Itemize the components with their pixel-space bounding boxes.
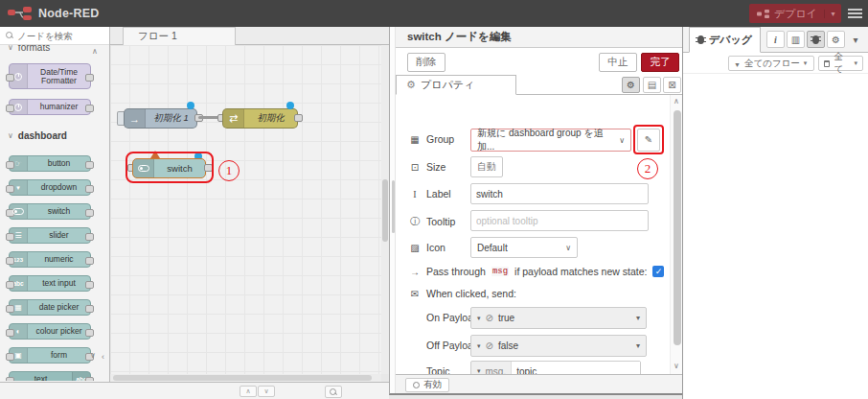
filter-icon [734, 59, 741, 69]
tab-properties[interactable]: プロパティ [396, 75, 516, 95]
palette-icon [10, 324, 28, 339]
object-group-icon [409, 162, 421, 173]
when-clicked-row: When clicked, send: [409, 288, 516, 299]
delete-button[interactable]: 削除 [407, 53, 445, 72]
palette-node-datetime-formatter[interactable]: Date/Time Formatter [9, 63, 91, 89]
debug-filter-flows-button[interactable]: 全てのフロー [728, 56, 814, 71]
palette-scroll-up-icon[interactable] [92, 47, 98, 56]
canvas-node-change[interactable]: 初期化 [222, 108, 298, 129]
icon-select[interactable]: Default [470, 237, 578, 258]
config-sidebar-button[interactable] [827, 31, 845, 48]
toggle-icon [10, 204, 28, 219]
deploy-button[interactable]: デプロイ [749, 4, 841, 23]
abc-icon [72, 372, 90, 381]
palette-node-date-picker[interactable]: date picker [9, 299, 91, 316]
palette-node-colour-picker[interactable]: colour picker [9, 323, 91, 340]
done-button[interactable]: 完了 [641, 53, 679, 72]
main-menu-button[interactable] [843, 4, 866, 23]
info-sidebar-button[interactable] [766, 31, 785, 48]
scroll-up-icon[interactable] [674, 97, 679, 106]
palette-search[interactable] [0, 27, 109, 45]
deploy-icon [757, 10, 769, 18]
scroll-down-icon[interactable] [674, 362, 679, 370]
canvas-vertical-scrollbar[interactable] [381, 45, 389, 374]
field-label-label: Label [409, 188, 451, 200]
deploy-options-caret-icon[interactable] [824, 10, 841, 18]
boolean-type-icon [486, 340, 493, 351]
app-title: Node-RED [38, 7, 99, 20]
palette-scroll-down-icon[interactable] [90, 351, 96, 360]
tab-debug[interactable]: デバッグ [689, 27, 761, 53]
workspace: フロー 1 初期化 1 初期化 [110, 27, 389, 382]
size-auto-button[interactable]: 自動 [470, 156, 503, 177]
group-select[interactable]: 新規に dashboard group を追加... [470, 129, 631, 152]
field-label-icon: Icon [409, 242, 445, 253]
palette-node-slider[interactable]: slider [9, 227, 91, 244]
debug-clear-button[interactable]: 全て [818, 56, 863, 71]
canvas-node-inject[interactable]: 初期化 1 [124, 108, 197, 129]
palette-node-button[interactable]: button [9, 155, 91, 172]
chevron-down-icon [619, 136, 625, 145]
tooltip-input[interactable] [476, 216, 643, 226]
palette-collapse-icon[interactable]: ‹ [102, 352, 104, 362]
type-caret-icon [477, 315, 481, 322]
options-caret-icon [636, 314, 640, 322]
properties-icon-button[interactable] [622, 77, 640, 93]
pass-through-checkbox[interactable]: ✓ [652, 266, 664, 277]
flow-canvas[interactable]: 初期化 1 初期化 switch 1 [110, 45, 381, 374]
zoom-search-button[interactable] [325, 386, 342, 398]
node-enabled-toggle[interactable]: 有効 [405, 378, 449, 392]
flow-tab-bar: フロー 1 [110, 27, 389, 45]
abc-icon [10, 276, 28, 291]
deploy-label: デプロイ [774, 7, 817, 21]
tray-tab-bar: プロパティ [396, 75, 683, 95]
chevron-down-icon [565, 244, 571, 252]
appearance-icon-button[interactable] [663, 77, 681, 93]
palette-node-switch[interactable]: switch [9, 203, 91, 220]
boolean-type-icon [486, 313, 493, 323]
sidebar-options-caret[interactable] [848, 31, 863, 48]
palette-search-input[interactable] [17, 31, 94, 41]
annotation-box-1 [126, 152, 214, 183]
scroll-down-button[interactable] [258, 386, 275, 397]
canvas-horizontal-scrollbar[interactable] [110, 374, 381, 382]
chevron-down-icon [8, 45, 13, 52]
cancel-button[interactable]: 中止 [599, 53, 637, 72]
category-formats-label: formats [18, 45, 50, 53]
scrollbar-thumb[interactable] [674, 110, 681, 345]
bug-icon [697, 35, 704, 44]
field-label-topic: Topic [426, 365, 450, 374]
palette-node-text[interactable]: text [9, 371, 91, 381]
debug-sidebar-button[interactable] [807, 31, 825, 48]
output-port[interactable] [294, 114, 303, 122]
clock-icon [10, 64, 28, 88]
form-icon [10, 348, 28, 363]
palette-node-dropdown[interactable]: dropdown [9, 179, 91, 196]
type-caret-icon [477, 342, 481, 350]
tray-title: switch ノードを編集 [396, 27, 683, 48]
flow-tab[interactable]: フロー 1 [123, 27, 236, 45]
field-label-tooltip: Tooltip [409, 215, 455, 228]
help-sidebar-button[interactable] [787, 31, 805, 48]
label-input[interactable] [476, 189, 643, 200]
hand-pointer-icon [10, 156, 28, 171]
tooltip-input-wrap [470, 210, 649, 231]
category-dashboard-label: dashboard [18, 130, 67, 141]
field-label-size: Size [409, 161, 445, 173]
clock-icon [10, 100, 28, 114]
palette-node-humanizer[interactable]: humanizer [9, 99, 91, 115]
dropdown-icon [10, 180, 28, 195]
palette-node-form[interactable]: form [9, 347, 91, 364]
off-payload-typedinput[interactable]: false [470, 335, 647, 357]
topic-input[interactable] [516, 366, 640, 375]
scroll-up-button[interactable] [240, 386, 257, 397]
tray-scrollbar[interactable] [670, 95, 683, 374]
palette-node-numeric[interactable]: numeric [9, 251, 91, 268]
topic-typedinput[interactable]: msg. [470, 361, 641, 374]
on-payload-typedinput[interactable]: true [470, 307, 647, 329]
numeric-123-icon [10, 252, 28, 267]
description-icon-button[interactable] [643, 77, 661, 93]
category-dashboard[interactable]: dashboard [0, 128, 109, 143]
palette-node-text-input[interactable]: text input [9, 275, 91, 292]
caret-down-icon [804, 59, 808, 67]
